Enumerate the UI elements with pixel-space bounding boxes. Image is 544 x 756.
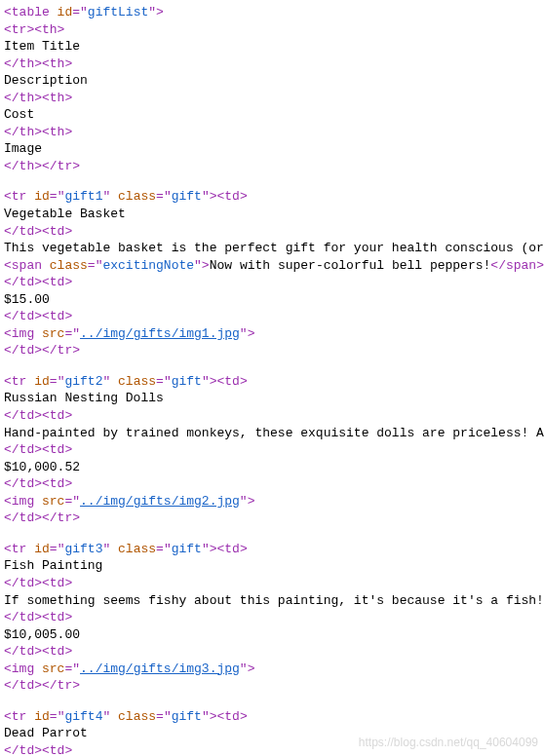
gift1-title: Vegetable Basket: [4, 206, 540, 223]
gift2-cost: $10,000.52: [4, 459, 540, 476]
gift2-img-link[interactable]: ../img/gifts/img2.jpg: [80, 494, 240, 509]
gift1-img-link[interactable]: ../img/gifts/img1.jpg: [80, 326, 240, 341]
gift1-desc: This vegetable basket is the perfect gif…: [4, 240, 540, 257]
gift3-cost: $10,005.00: [4, 626, 540, 644]
gift3-title: Fish Painting: [4, 557, 540, 575]
header-image: Image: [4, 140, 540, 158]
code-block-gift1: <tr id="gift1" class="gift"><td> Vegetab…: [4, 188, 540, 359]
gift1-cost: $15.00: [4, 291, 540, 309]
watermark: https://blog.csdn.net/qq_40604099: [359, 735, 538, 750]
gift2-desc: Hand-painted by trained monkeys, these e…: [4, 425, 540, 442]
header-item-title: Item Title: [4, 38, 540, 56]
code-block-gift3: <tr id="gift3" class="gift"><td> Fish Pa…: [4, 541, 540, 695]
code-block-header: <table id="giftList"> <tr><th> Item Titl…: [4, 4, 540, 174]
header-cost: Cost: [4, 106, 540, 124]
code-block-gift2: <tr id="gift2" class="gift"><td> Russian…: [4, 373, 540, 527]
header-description: Description: [4, 72, 540, 90]
gift3-img-link[interactable]: ../img/gifts/img3.jpg: [80, 662, 240, 676]
gift2-title: Russian Nesting Dolls: [4, 390, 540, 407]
